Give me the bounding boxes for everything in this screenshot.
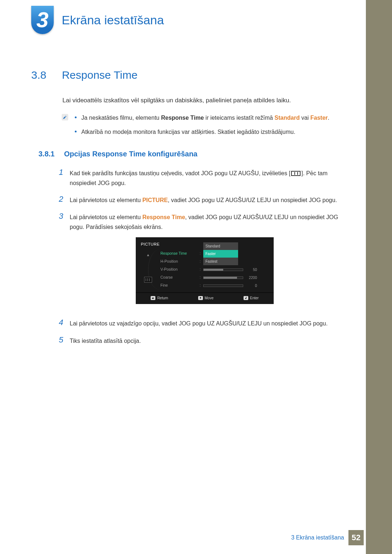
right-decorative-bar (366, 0, 392, 554)
steps-list: 1 Kad tiek parādīts funkcijas taustiņu c… (59, 168, 340, 346)
menu-icon (291, 171, 301, 176)
step-5: 5 Tiks iestatīta atlasītā opcija. (59, 335, 340, 346)
step-text: Kad tiek parādīts funkcijas taustiņu ceļ… (70, 168, 340, 188)
osd-enter: ↲Enter (244, 295, 259, 301)
section-number: 3.8 (31, 69, 60, 81)
osd-value: 50 (247, 267, 257, 273)
intro-paragraph: Lai videoattēls izskatītos vēl spilgtāks… (62, 96, 340, 105)
note-text: ir ieteicams iestatīt režīmā (204, 115, 275, 121)
step-3: 3 Lai pārvietotos uz elementu Response T… (59, 212, 340, 311)
subsection-heading: 3.8.1 Opcijas Response Time konfigurēšan… (31, 150, 340, 158)
step-1: 1 Kad tiek parādīts funkcijas taustiņu c… (59, 168, 340, 188)
step-text: Lai pārvietotos uz elementu Response Tim… (70, 212, 340, 311)
move-icon: ✦ (198, 296, 203, 300)
note-bold: Response Time (161, 115, 204, 121)
osd-option-standard: Standard (203, 242, 238, 250)
enter-icon: ↲ (244, 296, 248, 300)
section-heading: 3.8 Response Time (31, 69, 340, 81)
step-4: 4 Lai pārvietotos uz vajadzīgo opciju, v… (59, 318, 340, 328)
chapter-number: 3 (36, 9, 48, 31)
osd-dropdown: Standard Faster Fastest (203, 242, 270, 265)
osd-value: 0 (247, 283, 257, 289)
osd-colon: : (200, 274, 203, 281)
osd-foot-label: Return (157, 295, 168, 301)
step-number: 3 (59, 212, 70, 311)
osd-colon: : (200, 250, 203, 257)
osd-row-vposition: V-Position : 50 (159, 266, 270, 274)
osd-left-nav: ▲ (139, 250, 157, 290)
page-footer: 3 Ekrāna iestatīšana 52 (291, 530, 364, 545)
step-text: Lai pārvietotos uz vajadzīgo opciju, vad… (70, 318, 328, 328)
osd-move: ✦Move (198, 295, 213, 301)
chapter-title: Ekrāna iestatīšana (62, 13, 164, 27)
osd-row-coarse: Coarse : 2200 (159, 274, 270, 282)
step-text-part: Kad tiek parādīts funkcijas taustiņu ceļ… (70, 170, 290, 176)
osd-rows: Response Time : Standard Faster Fastest (157, 250, 270, 290)
osd-colon: : (200, 266, 203, 273)
osd-option-fastest: Fastest (203, 258, 238, 265)
osd-option-faster: Faster (203, 250, 238, 258)
step-number: 4 (59, 318, 70, 328)
monitor-icon (144, 277, 152, 283)
note-item-2: Atkarībā no modeļa monitora funkcijas va… (81, 127, 340, 137)
return-icon: ◂▪ (151, 296, 155, 300)
osd-screenshot: PICTURE ▲ Response Time : (136, 237, 274, 304)
note-item-1: Ja neskatāties filmu, elementu Response … (81, 113, 340, 123)
note-highlight: Faster (310, 115, 328, 121)
osd-colon: : (200, 282, 203, 289)
step-text-part: , vadiet JOG pogu UZ AUGŠU/UZ LEJU un no… (168, 197, 337, 203)
osd-foot-label: Enter (250, 295, 259, 301)
footer-chapter-label: 3 Ekrāna iestatīšana (291, 534, 344, 541)
osd-return: ◂▪Return (151, 295, 168, 301)
step-text: Lai pārvietotos uz elementu PICTURE, vad… (70, 194, 337, 205)
osd-body: ▲ Response Time : Standard Faster (136, 249, 274, 292)
osd-foot-label: Move (205, 295, 213, 301)
note-block: Ja neskatāties filmu, elementu Response … (62, 113, 340, 137)
note-icon (62, 114, 68, 120)
step-text-part: Lai pārvietotos uz elementu (70, 197, 142, 203)
step-highlight: Response Time (142, 214, 185, 220)
step-number: 5 (59, 335, 70, 346)
page-content: 3.8 Response Time Lai videoattēls izskat… (31, 69, 340, 352)
step-number: 1 (59, 168, 70, 188)
step-text-part: Lai pārvietotos uz elementu (70, 214, 142, 220)
step-highlight: PICTURE (142, 197, 168, 203)
note-text: vai (300, 115, 310, 121)
step-2: 2 Lai pārvietotos uz elementu PICTURE, v… (59, 194, 340, 205)
note-text: Ja neskatāties filmu, elementu (81, 115, 161, 121)
subsection-title: Opcijas Response Time konfigurēšana (64, 150, 197, 158)
osd-colon: : (200, 258, 203, 265)
step-text: Tiks iestatīta atlasītā opcija. (70, 335, 141, 346)
osd-footer: ◂▪Return ✦Move ↲Enter (136, 292, 274, 302)
subsection-number: 3.8.1 (31, 150, 62, 158)
note-highlight: Standard (274, 115, 299, 121)
section-title: Response Time (62, 69, 137, 81)
step-number: 2 (59, 194, 70, 205)
osd-row-response-time: Response Time : Standard Faster Fastest (159, 250, 270, 258)
note-text: . (328, 115, 329, 121)
up-arrow-icon: ▲ (146, 252, 150, 258)
osd-row-fine: Fine : 0 (159, 282, 270, 290)
osd-value: 2200 (247, 275, 257, 281)
footer-page-number: 52 (348, 530, 364, 545)
chapter-badge: 3 (31, 6, 54, 34)
